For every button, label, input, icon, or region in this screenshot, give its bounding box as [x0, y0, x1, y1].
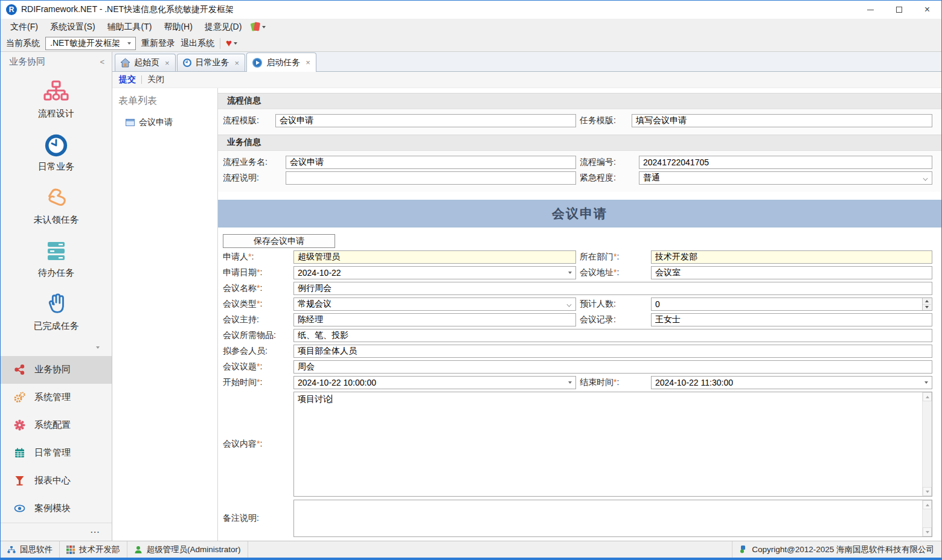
end-time-label: 结束时间*:	[576, 377, 651, 388]
supplies-input[interactable]: 纸、笔、投影	[293, 329, 932, 342]
sidebar-item-flow-design[interactable]: 流程设计	[1, 78, 112, 132]
done-hand-icon	[43, 291, 69, 319]
exit-system-button[interactable]: 退出系统	[181, 38, 214, 49]
scrollbar[interactable]	[922, 500, 932, 536]
chevron-down-icon	[127, 42, 131, 45]
tab-label: 启动任务	[266, 57, 300, 68]
menu-help[interactable]: 帮助(H)	[158, 20, 198, 34]
urgency-label: 紧急程度:	[576, 173, 639, 183]
status-user-text: 超级管理员(Administrator)	[147, 544, 241, 555]
sidebar-item-system-management[interactable]: 系统管理	[1, 384, 112, 412]
app-window: R RDIFramework.NET - .NET快速信息化系统敏捷开发框架 ×…	[0, 0, 942, 560]
content-textarea[interactable]: 项目讨论	[293, 392, 932, 497]
title-bar: R RDIFramework.NET - .NET快速信息化系统敏捷开发框架 ×	[1, 1, 941, 19]
submit-button[interactable]: 提交	[119, 74, 136, 85]
address-input[interactable]: 会议室	[651, 266, 932, 279]
sidebar-item-completed-tasks[interactable]: 已完成任务	[1, 291, 112, 344]
remark-textarea[interactable]	[293, 500, 932, 537]
form-list-item-label: 会议申请	[139, 117, 173, 128]
urgency-select[interactable]: 普通	[639, 171, 932, 185]
theme-menu-button[interactable]	[251, 22, 266, 31]
recorder-input[interactable]: 王女士	[651, 313, 932, 326]
host-input[interactable]: 陈经理	[293, 313, 576, 326]
system-combobox-value: .NET敏捷开发框架	[50, 38, 124, 49]
applicant-label: 申请人*:	[223, 252, 293, 262]
theme-palette-icon	[251, 22, 260, 31]
menu-bar: 文件(F) 系统设置(S) 辅助工具(T) 帮助(H) 提意见(D)	[1, 19, 941, 35]
close-button[interactable]: ×	[913, 1, 941, 19]
tab-start-task[interactable]: 启动任务 ×	[246, 52, 316, 72]
close-tab-icon[interactable]: ×	[306, 58, 310, 67]
eye-icon	[14, 503, 25, 514]
menu-system-settings[interactable]: 系统设置(S)	[44, 20, 101, 34]
form-list-title: 表单列表	[118, 95, 214, 107]
meeting-type-select[interactable]: 常规会议	[293, 298, 576, 311]
sidebar-item-daily-management[interactable]: 日常管理	[1, 439, 112, 467]
attendees-input[interactable]: 项目部全体人员	[293, 345, 932, 358]
process-no-input[interactable]: 20241722041705	[639, 156, 932, 169]
apply-date-picker[interactable]: 2024-10-22	[293, 266, 576, 279]
close-form-button[interactable]: 关闭	[147, 74, 164, 85]
department-input[interactable]: 技术开发部	[651, 250, 932, 264]
headcount-stepper[interactable]: 0	[651, 298, 932, 311]
scrollbar[interactable]	[922, 392, 932, 496]
topic-input[interactable]: 周会	[293, 360, 932, 374]
minimize-button[interactable]	[856, 1, 885, 19]
chevron-down-icon	[924, 381, 928, 384]
menu-aux-tools[interactable]: 辅助工具(T)	[101, 20, 158, 34]
sidebar-item-label: 报表中心	[34, 475, 71, 486]
chevron-down-icon	[567, 302, 572, 307]
sidebar-item-business-collaboration[interactable]: 业务协同	[1, 356, 112, 384]
sidebar-item-case-module[interactable]: 案例模块	[1, 495, 112, 523]
business-name-input[interactable]: 会议申请	[286, 156, 576, 169]
meeting-name-input[interactable]: 例行周会	[293, 282, 932, 295]
relogin-button[interactable]: 重新登录	[141, 38, 175, 49]
start-time-picker[interactable]: 2024-10-22 10:00:00	[293, 376, 576, 389]
tab-daily-business[interactable]: 日常业务 ×	[177, 54, 246, 71]
status-bar: 国思软件 技术开发部 超级管理员(Administrator)	[1, 541, 941, 558]
process-template-input[interactable]: 会议申请	[275, 114, 576, 127]
spin-up-icon	[925, 300, 929, 302]
tab-label: 日常业务	[196, 57, 229, 68]
status-department[interactable]: 技术开发部	[60, 541, 127, 558]
form-list-item-meeting[interactable]: 会议申请	[118, 117, 214, 128]
ellipsis-icon: ⋯	[90, 526, 101, 538]
applicant-input[interactable]: 超级管理员	[293, 250, 576, 264]
current-system-label: 当前系统	[6, 38, 40, 49]
chevron-down-icon	[568, 272, 572, 274]
menu-feedback[interactable]: 提意见(D)	[199, 20, 248, 34]
brand-squares-icon	[740, 546, 748, 553]
favorites-button[interactable]: ♥	[226, 38, 237, 48]
sidebar-item-unclaimed-tasks[interactable]: 未认领任务	[1, 185, 112, 238]
system-combobox[interactable]: .NET敏捷开发框架	[45, 37, 136, 50]
status-department-text: 技术开发部	[79, 544, 120, 555]
address-label: 会议地址*:	[576, 267, 651, 278]
close-tab-icon[interactable]: ×	[235, 59, 240, 68]
sidebar-item-label: 系统配置	[34, 419, 71, 431]
sidebar-item-daily-business[interactable]: 日常业务	[1, 132, 112, 185]
text-caret	[332, 395, 332, 403]
meeting-form-banner: 会议申请	[218, 200, 941, 228]
maximize-button[interactable]	[885, 1, 913, 19]
sidebar-item-todo-tasks[interactable]: 待办任务	[1, 238, 112, 291]
business-info-header: 业务信息	[218, 135, 941, 151]
sidebar-more-button[interactable]: ⋯	[1, 523, 112, 541]
tab-start-page[interactable]: 起始页 ×	[115, 54, 176, 71]
menu-file[interactable]: 文件(F)	[4, 20, 44, 34]
collapse-sidebar-icon[interactable]: <	[100, 57, 104, 66]
end-time-picker[interactable]: 2024-10-22 11:30:00	[651, 376, 932, 389]
sidebar-nav: 业务协同 系统管理	[1, 356, 112, 523]
scroll-down-icon	[926, 531, 929, 533]
status-user[interactable]: 超级管理员(Administrator)	[127, 541, 248, 558]
sidebar-item-system-config[interactable]: 系统配置	[1, 412, 112, 439]
status-company: 国思软件	[1, 541, 60, 558]
process-desc-input[interactable]	[286, 171, 576, 185]
chevron-down-icon	[923, 176, 928, 180]
sidebar-item-report-center[interactable]: 报表中心	[1, 467, 112, 495]
close-tab-icon[interactable]: ×	[165, 59, 170, 68]
spinner-buttons[interactable]	[922, 298, 931, 310]
scroll-up-icon	[926, 504, 929, 506]
task-template-input[interactable]: 填写会议申请	[632, 114, 932, 127]
save-meeting-button[interactable]: 保存会议申请	[223, 234, 335, 248]
sidebar-overflow-button[interactable]	[1, 344, 112, 353]
